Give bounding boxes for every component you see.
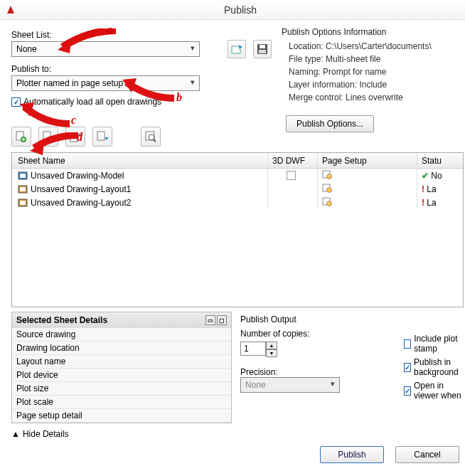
remove-sheets-button[interactable] (38, 127, 58, 147)
precision-select[interactable]: None (240, 377, 340, 393)
col-status[interactable]: Statu (417, 153, 463, 168)
import-sheet-list-button[interactable] (228, 40, 246, 58)
copies-up[interactable]: ▲ (266, 342, 277, 349)
status-error-icon: ! (422, 198, 424, 208)
list-header: Sheet Name 3D DWF Page Setup Statu (12, 153, 463, 169)
precision-label: Precision: (240, 367, 340, 377)
move-down-button[interactable] (92, 127, 112, 147)
sheet-list-label: Sheet List: (11, 30, 274, 40)
svg-point-19 (327, 188, 332, 193)
detail-row: Source drawing (12, 328, 231, 342)
svg-rect-4 (97, 132, 105, 140)
sheet-up-icon (70, 131, 81, 142)
open-viewer-checkbox[interactable]: ✓ (404, 386, 411, 396)
publish-button[interactable]: Publish (320, 446, 384, 463)
opt-naming: Naming: Prompt for name (289, 67, 465, 77)
page-setup-icon (322, 183, 332, 195)
sheet-icon (18, 198, 28, 208)
options-info-header: Publish Options Information (282, 27, 465, 37)
copies-down[interactable]: ▼ (266, 349, 277, 357)
sheet-list[interactable]: Sheet Name 3D DWF Page Setup Statu Unsav… (11, 152, 464, 307)
details-header: Selected Sheet Details (16, 315, 107, 325)
table-row[interactable]: Unsaved Drawing-Layout1! La (12, 182, 463, 196)
copies-label: Number of copies: (240, 329, 340, 339)
auto-load-label: Automatically load all open drawings (23, 97, 161, 107)
col-3d-dwf[interactable]: 3D DWF (268, 153, 318, 168)
publish-to-select[interactable]: Plotter named in page setup (11, 75, 200, 91)
sheet-icon (18, 171, 28, 181)
svg-line-7 (154, 139, 156, 142)
move-up-button[interactable] (65, 127, 85, 147)
svg-point-15 (327, 174, 332, 179)
save-sheet-list-button[interactable] (253, 40, 272, 58)
publish-background-label: Publish in background (414, 357, 465, 377)
page-setup-icon (322, 169, 332, 181)
details-max-icon[interactable]: ▢ (217, 315, 227, 325)
status-ok-icon: ✔ (422, 171, 429, 181)
selected-sheet-details: Selected Sheet Details ▭ ▢ Source drawin… (11, 312, 232, 423)
hide-details-toggle[interactable]: ▲ Hide Details (0, 423, 465, 439)
sheet-down-icon (97, 131, 108, 142)
sheet-icon (18, 184, 28, 194)
opt-location: Location: C:\Users\Carter\documents\ (289, 41, 465, 51)
svg-rect-3 (70, 133, 78, 142)
window-title: Publish (21, 4, 459, 16)
app-icon (6, 5, 16, 15)
sheet-add-icon (16, 131, 27, 142)
detail-row: Plot scale (12, 396, 231, 409)
opt-merge: Merge control: Lines overwrite (289, 92, 465, 102)
svg-rect-10 (260, 45, 265, 48)
detail-row: Page setup detail (12, 409, 231, 423)
include-plot-stamp-checkbox[interactable]: ✓ (404, 339, 411, 349)
save-icon (257, 43, 268, 55)
collapse-icon: ▲ (11, 429, 20, 439)
add-sheets-button[interactable] (11, 127, 31, 147)
detail-row: Plot size (12, 382, 231, 396)
titlebar: Publish (0, 0, 465, 20)
page-setup-icon (322, 196, 332, 208)
svg-point-23 (327, 201, 332, 206)
svg-rect-21 (20, 201, 26, 205)
publish-options-button[interactable]: Publish Options... (286, 115, 374, 132)
publish-to-label: Publish to: (11, 64, 274, 74)
detail-row: Drawing location (12, 342, 231, 355)
svg-rect-17 (20, 187, 26, 191)
auto-load-checkbox[interactable]: ✓ (11, 97, 21, 107)
svg-rect-13 (20, 174, 26, 178)
opt-filetype: File type: Multi-sheet file (289, 54, 465, 64)
include-plot-stamp-label: Include plot stamp (414, 334, 465, 354)
preview-button[interactable] (141, 127, 161, 147)
detail-row: Plot device (12, 369, 231, 382)
table-row[interactable]: Unsaved Drawing-Model✔ No (12, 169, 463, 182)
open-viewer-label: Open in viewer when (414, 381, 465, 401)
svg-rect-11 (259, 50, 266, 53)
publish-output-header: Publish Output (240, 314, 465, 324)
sheet-list-value: None (16, 44, 37, 54)
dwf-checkbox[interactable] (287, 171, 296, 180)
status-error-icon: ! (422, 184, 424, 194)
publish-to-value: Plotter named in page setup (16, 78, 123, 88)
cancel-button[interactable]: Cancel (395, 446, 459, 463)
col-name[interactable]: Sheet Name (12, 153, 268, 168)
preview-icon (145, 131, 156, 142)
sheet-remove-icon (43, 131, 54, 142)
col-page-setup[interactable]: Page Setup (318, 153, 417, 168)
copies-input[interactable] (240, 342, 266, 356)
publish-background-checkbox[interactable]: ✓ (404, 363, 411, 372)
sheet-list-select[interactable]: None (11, 41, 200, 57)
details-restore-icon[interactable]: ▭ (205, 315, 215, 325)
import-icon (231, 43, 242, 55)
detail-row: Layout name (12, 355, 231, 369)
svg-rect-5 (146, 132, 154, 140)
table-row[interactable]: Unsaved Drawing-Layout2! La (12, 196, 463, 209)
opt-layer: Layer information: Include (289, 80, 465, 90)
